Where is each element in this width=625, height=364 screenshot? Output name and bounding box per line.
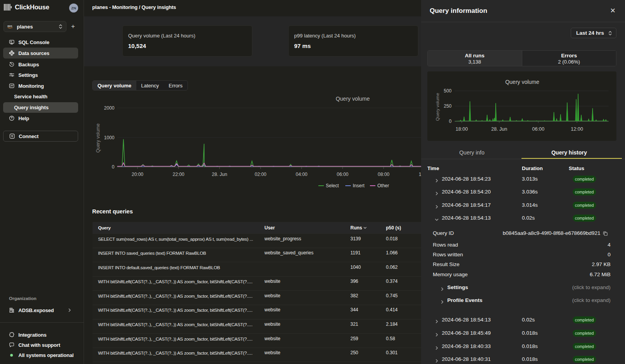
svg-text:28. Jun: 28. Jun [212,172,227,177]
svg-text:500: 500 [444,88,452,94]
svg-text:02:00: 02:00 [255,172,266,177]
svg-text:2000: 2000 [104,105,114,111]
svg-text:Select: Select [326,183,339,188]
svg-text:06:00: 06:00 [337,172,348,177]
svg-text:08:00: 08:00 [378,172,389,177]
svg-text:Query volume: Query volume [95,123,101,153]
svg-text:Other: Other [377,183,389,188]
svg-text:12:00: 12:00 [571,126,583,132]
svg-text:20:00: 20:00 [132,172,143,177]
svg-text:Query volume: Query volume [336,96,370,102]
svg-text:aws: aws [7,25,12,27]
svg-text:18:00: 18:00 [455,126,468,132]
svg-text:Insert: Insert [353,183,365,188]
svg-text:Query volume: Query volume [435,93,440,121]
svg-text:Query volume: Query volume [505,79,539,85]
svg-text:1000: 1000 [104,135,114,140]
svg-text:28. Jun: 28. Jun [491,126,507,132]
svg-text:22:00: 22:00 [173,172,184,177]
svg-text:04:00: 04:00 [296,172,307,177]
svg-text:06:00: 06:00 [532,126,544,132]
svg-text:0: 0 [449,119,452,124]
svg-text:250: 250 [444,103,452,109]
svg-text:0: 0 [112,164,114,170]
